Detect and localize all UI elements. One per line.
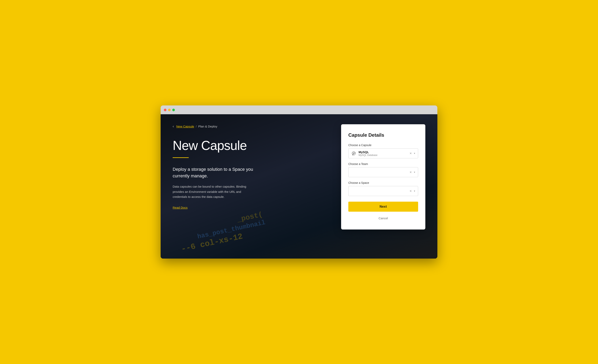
space-chevron-icon[interactable]: ▾	[414, 189, 415, 193]
space-label: Choose a Space	[348, 181, 418, 184]
space-form-group: Choose a Space ✕ ▾	[348, 181, 418, 196]
maximize-button[interactable]	[172, 109, 175, 111]
capsule-label: Choose a Capsule	[348, 144, 418, 147]
back-button[interactable]: ‹	[173, 124, 174, 129]
breadcrumb-new-capsule-link[interactable]: New Capsule	[176, 125, 194, 128]
svg-point-0	[353, 153, 354, 153]
team-select-actions: ✕ ▾	[409, 170, 415, 174]
team-chevron-icon[interactable]: ▾	[414, 170, 415, 174]
capsule-text-group: MySQL MySQL Database	[358, 150, 407, 157]
minimize-button[interactable]	[168, 109, 171, 111]
breadcrumb-separator: /	[196, 125, 197, 128]
breadcrumb-current: Plan & Deploy	[198, 125, 217, 128]
team-clear-button[interactable]: ✕	[409, 170, 412, 174]
title-underline	[173, 157, 189, 158]
capsule-sub: MySQL Database	[358, 154, 407, 157]
left-panel: ‹ New Capsule / Plan & Deploy New Capsul…	[173, 122, 341, 210]
browser-content: has_post_thumbnail --6 col-xs-12 _post( …	[161, 114, 437, 259]
description: Data capsules can be bound to other caps…	[173, 184, 253, 199]
browser-window: has_post_thumbnail --6 col-xs-12 _post( …	[161, 105, 437, 259]
team-form-group: Choose a Team ✕ ▾	[348, 162, 418, 177]
capsule-select[interactable]: MySQL MySQL Database ✕ ▾	[348, 148, 418, 158]
next-button[interactable]: Next	[348, 202, 418, 212]
breadcrumb: ‹ New Capsule / Plan & Deploy	[173, 124, 333, 129]
team-select[interactable]: ✕ ▾	[348, 167, 418, 177]
cancel-button[interactable]: Cancel	[348, 215, 418, 221]
read-docs-link[interactable]: Read Docs	[173, 206, 188, 209]
space-select-actions: ✕ ▾	[409, 189, 415, 193]
capsule-clear-button[interactable]: ✕	[409, 152, 412, 155]
subtitle: Deploy a storage solution to a Space you…	[173, 166, 257, 179]
mysql-icon	[351, 151, 357, 156]
main-layout: ‹ New Capsule / Plan & Deploy New Capsul…	[161, 114, 437, 259]
team-label: Choose a Team	[348, 162, 418, 166]
close-button[interactable]	[164, 109, 166, 111]
space-clear-button[interactable]: ✕	[409, 189, 412, 193]
capsule-chevron-icon[interactable]: ▾	[414, 152, 415, 155]
space-select[interactable]: ✕ ▾	[348, 186, 418, 196]
page-title: New Capsule	[173, 138, 333, 153]
titlebar	[161, 105, 437, 114]
capsule-select-actions: ✕ ▾	[409, 152, 415, 155]
capsule-name: MySQL	[358, 150, 407, 154]
modal-card: Capsule Details Choose a Capsule	[341, 124, 425, 229]
modal-title: Capsule Details	[348, 132, 418, 138]
capsule-form-group: Choose a Capsule	[348, 144, 418, 158]
